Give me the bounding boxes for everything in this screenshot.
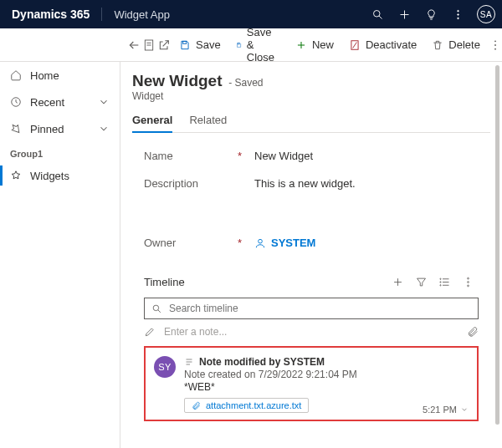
sidebar-recent-label: Recent [30, 96, 64, 109]
svg-point-4 [457, 10, 458, 12]
svg-point-22 [494, 40, 496, 42]
enter-note-row[interactable]: Enter a note... [144, 326, 479, 338]
note-icon [184, 357, 194, 367]
sidebar-pinned-label: Pinned [30, 123, 64, 135]
save-close-label: Save & Close [247, 26, 280, 64]
svg-point-0 [373, 10, 380, 17]
note-body-text: *WEB* [184, 381, 469, 393]
svg-point-5 [457, 13, 458, 15]
svg-point-23 [494, 44, 496, 46]
page-title: New Widget [132, 72, 223, 89]
field-name[interactable]: Name * New Widget [144, 150, 479, 177]
save-button[interactable]: Save [172, 32, 228, 59]
entity-label: Widget [132, 90, 490, 102]
svg-point-36 [467, 281, 469, 283]
svg-point-37 [467, 285, 469, 287]
user-avatar[interactable]: SA [477, 5, 495, 23]
svg-marker-11 [12, 171, 19, 179]
note-avatar: SY [154, 356, 176, 378]
owner-lookup[interactable]: SYSTEM [254, 237, 315, 249]
delete-button[interactable]: Delete [425, 32, 487, 59]
note-created-text: Note created on 7/29/2022 9:21:04 PM [184, 369, 469, 380]
search-icon[interactable] [365, 2, 390, 27]
field-owner[interactable]: Owner * SYSTEM [144, 237, 479, 264]
chevron-down-icon[interactable] [460, 405, 469, 414]
desc-value: This is a new widget. [254, 177, 356, 190]
svg-point-35 [467, 277, 469, 279]
sidebar-item-pinned[interactable]: Pinned [0, 115, 120, 142]
desc-label: Description [144, 177, 198, 190]
add-icon[interactable] [392, 2, 417, 27]
brand-divider [101, 8, 102, 21]
saved-indicator: - Saved [228, 77, 263, 89]
more-commands-icon[interactable] [489, 32, 502, 59]
tabs: General Related [132, 114, 490, 133]
chevron-down-icon [98, 96, 110, 108]
paperclip-icon[interactable] [467, 326, 479, 338]
timeline-note-card[interactable]: SY Note modified by SYSTEM Note created … [144, 346, 479, 421]
tab-related[interactable]: Related [189, 114, 227, 132]
back-button[interactable] [127, 32, 141, 59]
required-marker: * [238, 237, 254, 249]
owner-label: Owner [144, 237, 176, 249]
svg-marker-28 [417, 278, 425, 286]
delete-label: Delete [448, 38, 480, 51]
tab-general[interactable]: General [132, 114, 172, 133]
search-icon [151, 303, 162, 314]
svg-line-21 [353, 42, 357, 48]
paperclip-icon [192, 401, 201, 410]
attachment-name: attachment.txt.azure.txt [206, 400, 301, 410]
svg-point-34 [439, 284, 440, 285]
deactivate-label: Deactivate [366, 38, 417, 51]
svg-point-32 [439, 278, 440, 279]
note-attachment[interactable]: attachment.txt.azure.txt [184, 398, 309, 413]
note-timestamp: 5:21 PM [423, 405, 469, 415]
sidebar-group-label: Group1 [0, 142, 120, 162]
timeline-search-input[interactable] [169, 303, 471, 314]
svg-rect-16 [183, 41, 187, 43]
form-view-icon[interactable] [142, 32, 156, 59]
app-name: Widget App [114, 8, 170, 21]
name-value: New Widget [254, 150, 313, 162]
top-navbar: Dynamics 365 Widget App SA [0, 0, 502, 28]
timeline-add-icon[interactable] [387, 271, 408, 293]
timeline-label: Timeline [144, 276, 185, 288]
open-new-icon[interactable] [157, 32, 171, 59]
timeline-search[interactable] [144, 298, 479, 319]
sidebar-item-home[interactable]: Home [0, 62, 120, 89]
lightbulb-icon[interactable] [418, 2, 443, 27]
new-button[interactable]: New [289, 32, 341, 59]
svg-point-24 [494, 48, 496, 49]
svg-rect-17 [238, 43, 239, 43]
svg-point-33 [439, 281, 440, 282]
scrollbar[interactable] [495, 65, 499, 425]
svg-point-25 [259, 239, 263, 243]
timeline-filter-icon[interactable] [410, 271, 432, 293]
command-bar: Save Save & Close New Deactivate Delete [0, 28, 502, 62]
field-description[interactable]: Description This is a new widget. [144, 177, 479, 190]
required-marker: * [238, 150, 254, 162]
svg-line-39 [158, 309, 161, 312]
deactivate-button[interactable]: Deactivate [342, 32, 423, 59]
timeline-more-icon[interactable] [457, 271, 479, 293]
sidebar-home-label: Home [30, 69, 59, 82]
owner-value: SYSTEM [271, 237, 315, 249]
enter-note-text: Enter a note... [164, 326, 458, 338]
timeline-list-icon[interactable] [433, 271, 455, 293]
sidebar: Home Recent Pinned Group1 Widgets [0, 28, 120, 448]
new-label: New [312, 38, 334, 51]
chevron-down-icon [98, 123, 110, 135]
svg-line-1 [379, 16, 382, 18]
sidebar-item-recent[interactable]: Recent [0, 89, 120, 115]
sidebar-item-widgets[interactable]: Widgets [0, 162, 120, 189]
svg-point-38 [153, 305, 159, 311]
main-area: Save Save & Close New Deactivate Delete [120, 28, 502, 448]
save-close-button[interactable]: Save & Close [229, 32, 287, 59]
name-label: Name [144, 150, 173, 162]
more-vertical-icon[interactable] [445, 2, 470, 27]
sidebar-widgets-label: Widgets [30, 170, 69, 182]
note-title-text: Note modified by SYSTEM [199, 356, 325, 368]
brand-label: Dynamics 365 [12, 8, 90, 21]
pencil-icon [144, 326, 156, 338]
save-label: Save [196, 38, 221, 51]
